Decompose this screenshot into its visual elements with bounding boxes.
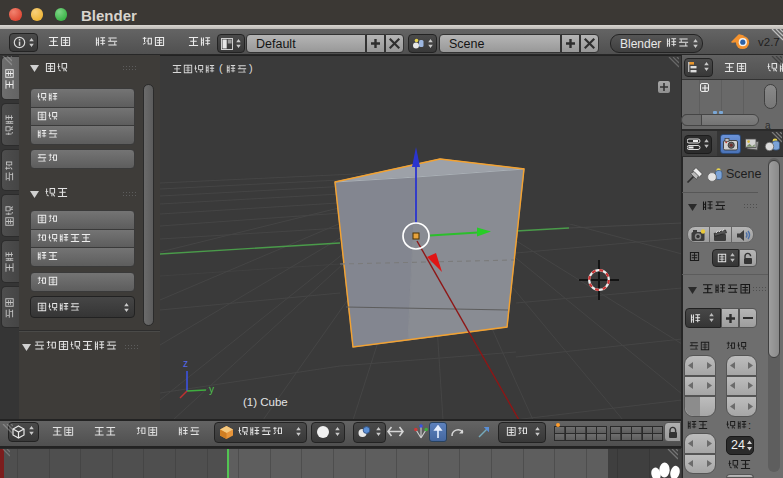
svg-text:y: y xyxy=(209,384,214,395)
svg-text:z: z xyxy=(183,358,188,369)
